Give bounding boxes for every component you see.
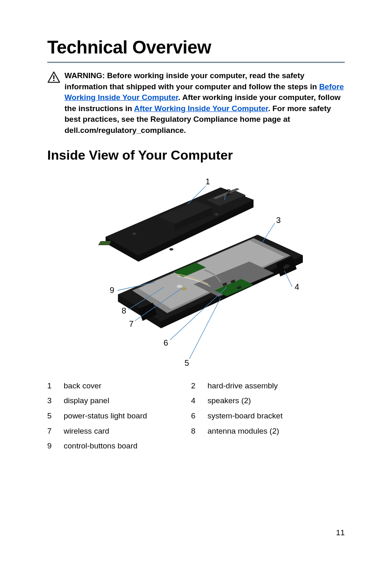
svg-rect-1 [53,80,55,81]
part-label-9: control-buttons board [64,441,191,451]
svg-line-33 [284,271,292,287]
callout-6: 6 [164,338,168,348]
callout-7: 7 [129,319,134,329]
svg-point-28 [177,285,182,288]
callout-4: 4 [295,282,299,292]
page-number: 11 [336,528,345,537]
part-label-2: hard-drive assembly [208,381,345,391]
svg-point-9 [214,213,219,216]
part-num-4: 4 [191,396,208,406]
part-num-6: 6 [191,411,208,421]
inside-view-figure: 1 2 3 4 5 6 7 8 9 [69,175,323,373]
part-num-2: 2 [191,381,208,391]
callout-1: 1 [205,177,210,186]
warning-triangle-icon [47,71,60,84]
part-label-5: power-status light board [64,411,191,421]
subtitle: Inside View of Your Computer [47,148,345,163]
link-after-working[interactable]: After Working Inside Your Computer [134,104,268,113]
part-num-9: 9 [47,441,64,451]
warning-text: WARNING: Before working inside your comp… [65,70,345,136]
part-label-8: antenna modules (2) [208,426,345,437]
warning-block: WARNING: Before working inside your comp… [47,70,345,136]
part-num-7: 7 [47,426,64,437]
part-label-6: system-board bracket [208,411,345,421]
warning-prefix: WARNING: Before working inside your comp… [65,71,319,91]
callout-2: 2 [226,188,231,197]
part-num-5: 5 [47,411,64,421]
svg-point-29 [181,287,187,290]
callout-9: 9 [110,286,114,295]
svg-point-7 [132,232,136,235]
part-label-4: speakers (2) [208,396,345,406]
part-num-8: 8 [191,426,208,437]
svg-rect-0 [53,75,55,79]
callout-8: 8 [122,306,126,316]
part-label-7: wireless card [64,426,191,437]
page-title: Technical Overview [47,37,345,58]
title-underline [47,62,345,63]
callout-3: 3 [276,216,281,225]
part-label-3: display panel [64,396,191,406]
callout-5: 5 [184,358,189,368]
part-num-1: 1 [47,381,64,391]
part-num-3: 3 [47,396,64,406]
svg-point-8 [169,248,173,251]
parts-table: 1 back cover 2 hard-drive assembly 3 dis… [47,381,345,451]
part-label-1: back cover [64,381,191,391]
